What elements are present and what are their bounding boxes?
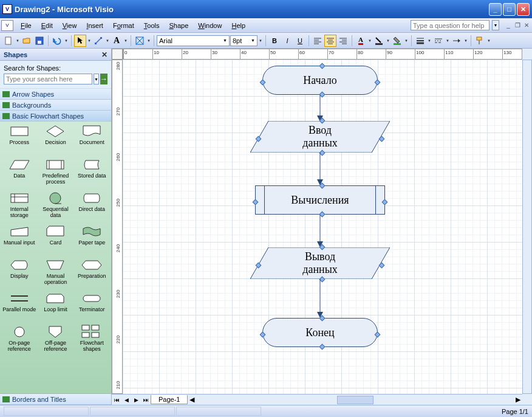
line-ends-button[interactable] [451, 35, 463, 47]
align-right-button[interactable] [337, 35, 349, 47]
shape-process[interactable]: Process [1, 124, 38, 157]
pointer-dropdown[interactable]: ▼ [87, 39, 92, 43]
tab-prev[interactable]: ◀ [121, 395, 131, 405]
connector-dropdown[interactable]: ▼ [105, 39, 110, 43]
bold-button[interactable]: B [268, 35, 281, 47]
menu-tools[interactable]: Tools [139, 20, 165, 31]
page-tabs: ⏮ ◀ ▶ ⏭ Page-1 [112, 395, 188, 405]
shape-manual-input[interactable]: Manual input [1, 224, 38, 258]
pointer-tool[interactable] [74, 35, 86, 47]
flowchart-input[interactable]: Ввод данных [250, 121, 390, 153]
flowchart-start[interactable]: Начало [262, 66, 378, 95]
size-select[interactable]: 8pt▼ [230, 35, 257, 46]
shapes-search-input[interactable] [4, 74, 92, 84]
flowchart-output[interactable]: Вывод данных [250, 247, 390, 279]
line-weight-button[interactable] [414, 35, 426, 47]
maximize-button[interactable]: □ [503, 3, 516, 16]
tab-last[interactable]: ⏭ [141, 395, 151, 405]
line-pattern-dropdown[interactable]: ▼ [445, 39, 450, 43]
zoom-dropdown[interactable]: ▼ [146, 39, 151, 43]
shape-decision[interactable]: Decision [38, 124, 74, 157]
shape-display[interactable]: Display [1, 258, 38, 291]
menu-window[interactable]: Window [193, 20, 227, 31]
text-dropdown[interactable]: ▼ [123, 39, 128, 43]
shape-data[interactable]: Data [1, 157, 38, 191]
help-search-input[interactable] [411, 20, 489, 30]
shape-paper-tape[interactable]: Paper tape [73, 224, 110, 258]
toolbar-options[interactable]: ▼ [486, 39, 491, 43]
font-select[interactable]: Arial▼ [157, 35, 230, 46]
fill-color-button[interactable] [391, 35, 403, 47]
drawing-canvas[interactable]: Начало Ввод данных Вычисления [123, 60, 522, 394]
inner-restore[interactable]: ❐ [513, 21, 522, 30]
close-button[interactable]: ✕ [517, 3, 530, 16]
svg-rect-7 [394, 43, 401, 45]
align-left-button[interactable] [312, 35, 324, 47]
shape-document[interactable]: Document [73, 124, 110, 157]
menu-insert[interactable]: Insert [81, 20, 108, 31]
shape-predefined-process[interactable]: Predefined process [38, 157, 74, 191]
help-search-dropdown[interactable]: ▼ [492, 20, 499, 30]
align-center-button[interactable] [324, 35, 336, 47]
new-button[interactable] [2, 35, 15, 47]
fill-color-dropdown[interactable]: ▼ [404, 39, 409, 43]
shape-manual-operation[interactable]: Manual operation [38, 258, 74, 291]
font-color-dropdown[interactable]: ▼ [367, 39, 372, 43]
stencil-arrow-shapes[interactable]: Arrow Shapes [0, 89, 111, 100]
stencil-borders-titles[interactable]: Borders and Titles [0, 394, 111, 405]
menu-edit[interactable]: Edit [36, 20, 58, 31]
page-tab-1[interactable]: Page-1 [151, 395, 188, 404]
font-color-button[interactable]: A [355, 35, 367, 47]
menu-format[interactable]: Format [108, 20, 139, 31]
italic-button[interactable]: I [281, 35, 293, 47]
svg-rect-34 [82, 333, 89, 337]
line-color-dropdown[interactable]: ▼ [386, 39, 390, 43]
shape-on-page-reference[interactable]: On-page reference [1, 325, 38, 358]
new-dropdown[interactable]: ▼ [15, 39, 20, 43]
format-painter-button[interactable] [474, 35, 486, 47]
shapes-search-go-button[interactable]: → [100, 74, 107, 84]
line-pattern-button[interactable] [432, 35, 445, 47]
open-button[interactable] [21, 35, 33, 47]
stencil-basic-flowchart[interactable]: Basic Flowchart Shapes [0, 111, 111, 122]
undo-button[interactable] [51, 35, 63, 47]
connector-tool[interactable] [92, 35, 104, 47]
inner-minimize[interactable]: _ [504, 21, 513, 30]
flowchart-process[interactable]: Вычисления [255, 185, 385, 215]
shape-off-page-reference[interactable]: Off-page reference [38, 325, 74, 358]
shape-stored-data[interactable]: Stored data [73, 157, 110, 191]
shape-flowchart-shapes[interactable]: Flowchart shapes [73, 325, 110, 358]
size-dropdown[interactable]: ▼ [258, 39, 263, 43]
flowchart-end[interactable]: Конец [262, 318, 378, 347]
stencil-backgrounds[interactable]: Backgrounds [0, 100, 111, 111]
shape-terminator[interactable]: Terminator [73, 291, 110, 325]
shapes-panel-close[interactable]: ✕ [101, 50, 107, 59]
shape-internal-storage[interactable]: Internal storage [1, 191, 38, 224]
undo-dropdown[interactable]: ▼ [64, 39, 69, 43]
tab-first[interactable]: ⏮ [112, 395, 121, 405]
line-color-button[interactable] [373, 35, 385, 47]
line-weight-dropdown[interactable]: ▼ [427, 39, 432, 43]
shape-sequential-data[interactable]: Sequential data [38, 191, 74, 224]
shapes-search-dropdown[interactable]: ▼ [94, 74, 99, 84]
line-ends-dropdown[interactable]: ▼ [463, 39, 468, 43]
tab-next[interactable]: ▶ [131, 395, 141, 405]
shape-parallel-mode[interactable]: Parallel mode [1, 291, 38, 325]
shape-card[interactable]: Card [38, 224, 74, 258]
inner-close[interactable]: ✕ [522, 21, 531, 30]
horizontal-scrollbar[interactable]: ◀ ▶ [188, 395, 522, 405]
shape-direct-data[interactable]: Direct data [73, 191, 110, 224]
minimize-button[interactable]: _ [489, 3, 502, 16]
save-button[interactable] [33, 35, 46, 47]
vertical-scrollbar[interactable] [522, 60, 532, 394]
app-menu-icon[interactable]: V [1, 20, 13, 31]
menu-help[interactable]: Help [227, 20, 250, 31]
underline-button[interactable]: U [294, 35, 306, 47]
menu-file[interactable]: File [16, 20, 36, 31]
menu-shape[interactable]: Shape [164, 20, 193, 31]
text-tool[interactable]: A [111, 35, 123, 47]
shape-preparation[interactable]: Preparation [73, 258, 110, 291]
shape-loop-limit[interactable]: Loop limit [38, 291, 74, 325]
zoom-button[interactable] [134, 35, 146, 47]
menu-view[interactable]: View [58, 20, 82, 31]
